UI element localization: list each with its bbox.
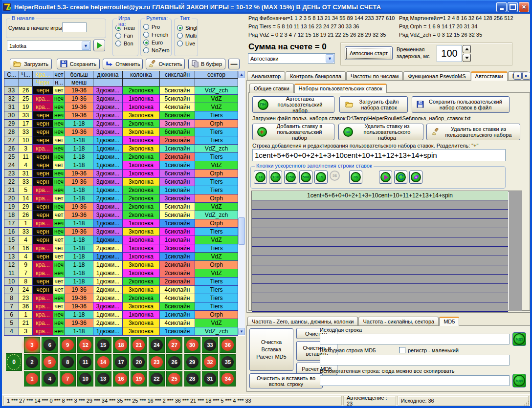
table-row[interactable]: 61кра...неч1-181дюжи...1колонка1сиклайнO… bbox=[4, 311, 245, 319]
table-row[interactable]: 1826чернчет19-363дюжи...2колонка5сиклайн… bbox=[4, 211, 245, 219]
quick-coin-0usd[interactable]: 0$ bbox=[349, 171, 362, 184]
table-row[interactable]: 154чернчет1-181дюжи...1колонка1сиклайнVd… bbox=[4, 236, 245, 244]
collapse-button[interactable]: — bbox=[228, 59, 240, 69]
load-stakes-file-button[interactable]: Загрузить файл набора ставок bbox=[339, 96, 408, 113]
table-header-cell[interactable]: чет bbox=[53, 71, 65, 79]
table-header-cell[interactable]: Черн bbox=[33, 79, 53, 86]
board-number-cell[interactable]: 2 bbox=[24, 354, 40, 370]
delay-value-box[interactable]: 100 bbox=[437, 45, 462, 62]
delete-all-stakes-button[interactable]: Удалить все ставки из пользовательского … bbox=[426, 124, 520, 140]
table-header-cell[interactable]: больш bbox=[65, 71, 93, 79]
table-row[interactable]: 134чернчет1-181дюжи...1колонка1сиклайнVd… bbox=[4, 253, 245, 261]
table-row[interactable]: 171кра...неч1-181дюжи...1колонка1сиклайн… bbox=[4, 219, 245, 228]
quick-coin-50c[interactable]: 50¢ bbox=[299, 171, 312, 184]
radio-roulette-pro[interactable]: Pro bbox=[143, 24, 169, 30]
stake-list-empty-row[interactable] bbox=[252, 302, 508, 312]
md5-source-input[interactable] bbox=[320, 334, 510, 344]
autospin-start-button[interactable]: Автоспин старт bbox=[345, 46, 393, 60]
stake-list-empty-row[interactable] bbox=[252, 237, 508, 247]
board-number-cell[interactable]: 1 bbox=[24, 371, 40, 387]
table-header-cell[interactable]: колонка bbox=[123, 71, 160, 79]
table-row[interactable]: 129кра...неч1-181дюжи...3колонка2сиклайн… bbox=[4, 261, 245, 269]
title-bar[interactable]: HelperRoullet 5.3- create helperroullet@… bbox=[0, 0, 532, 14]
board-number-cell[interactable]: 4 bbox=[42, 371, 58, 387]
delete-stake-button[interactable]: − Удалить ставку из пользовательского на… bbox=[338, 124, 423, 140]
radio-roulette-euro[interactable]: Euro bbox=[143, 40, 169, 45]
chevron-down-icon[interactable]: ▼ bbox=[326, 54, 334, 63]
board-number-cell[interactable]: 33 bbox=[202, 337, 218, 353]
table-row[interactable]: 3033черннеч19-363дюжи...3колонка6сиклайн… bbox=[4, 111, 245, 120]
table-row[interactable]: 823кра...неч19-362дюжи...2колонка4сиклай… bbox=[4, 294, 245, 302]
board-number-cell[interactable]: 10 bbox=[77, 371, 93, 387]
freq-tab-3[interactable]: MD5 bbox=[439, 317, 459, 326]
board-number-cell[interactable]: 31 bbox=[202, 371, 218, 387]
stake-list[interactable]: 1cent+5+6+0+0+2+1+3+10cent+10+11+12+13+1… bbox=[251, 191, 522, 311]
board-number-cell[interactable]: 11 bbox=[77, 354, 93, 370]
table-row[interactable]: 263кра...неч1-181дюжи...3колонка1сиклайн… bbox=[4, 145, 245, 153]
stake-string-input[interactable] bbox=[252, 149, 506, 161]
board-number-cell[interactable]: 14 bbox=[95, 354, 111, 370]
table-header-cell[interactable] bbox=[123, 79, 160, 86]
board-number-cell[interactable]: 30 bbox=[184, 337, 200, 353]
md5-run-aux-button[interactable]: МД5 bbox=[512, 374, 526, 387]
board-number-cell[interactable]: 26 bbox=[166, 354, 182, 370]
table-header-cell[interactable]: менш bbox=[65, 79, 93, 86]
table-header-cell[interactable] bbox=[195, 79, 238, 86]
board-number-cell[interactable]: 22 bbox=[149, 371, 165, 387]
board-number-cell[interactable]: 21 bbox=[131, 337, 147, 353]
chevron-down-icon[interactable]: ▼ bbox=[82, 42, 90, 50]
quick-coin-10c[interactable]: 10¢ bbox=[269, 171, 282, 184]
table-row[interactable]: 244чернчет1-181дюжи...1колонка1сиклайнVd… bbox=[4, 161, 245, 170]
table-row[interactable]: 2710чернчет1-181дюжи...1колонка2сиклайнT… bbox=[4, 136, 245, 145]
sub-tab-1[interactable]: Общие ставки bbox=[249, 84, 294, 93]
tabs-scroll-left-icon[interactable]: ◄ bbox=[513, 72, 522, 80]
quick-coin-1usd[interactable]: 1$ bbox=[314, 171, 328, 184]
stake-list-empty-row[interactable] bbox=[252, 210, 508, 219]
table-row[interactable]: 1929черннеч19-363дюжи...2колонка5сиклайн… bbox=[4, 203, 245, 211]
board-zero-cell[interactable]: 0 bbox=[6, 353, 22, 371]
board-number-cell[interactable]: 34 bbox=[220, 371, 236, 387]
board-number-cell[interactable]: 6 bbox=[42, 337, 58, 353]
table-row[interactable]: 1416кра...чет1-182дюжи...1колонка3сиклай… bbox=[4, 244, 245, 253]
toolbar-undo-button[interactable]: Отменить bbox=[103, 59, 143, 69]
md5-aux-input[interactable] bbox=[320, 375, 510, 386]
board-number-cell[interactable]: 27 bbox=[166, 337, 182, 353]
table-row[interactable]: 521кра...неч19-362дюжи...3колонка4сиклай… bbox=[4, 319, 245, 327]
board-number-cell[interactable]: 23 bbox=[149, 354, 165, 370]
radio-type-singl[interactable]: Singl bbox=[177, 25, 195, 31]
mode-dropdown[interactable]: Автоставки ▼ bbox=[248, 53, 335, 64]
table-row[interactable]: 2511черннеч1-181дюжи...2колонка2сиклайнT… bbox=[4, 153, 245, 161]
table-header-cell[interactable] bbox=[93, 79, 123, 86]
quick-repeat-button[interactable] bbox=[394, 171, 407, 184]
board-number-cell[interactable]: 28 bbox=[184, 371, 200, 387]
preset-dropdown[interactable]: 1slotka ▼ bbox=[7, 41, 91, 51]
quick-coin-1c[interactable]: 1¢ bbox=[254, 171, 267, 184]
table-row[interactable]: 117кра...неч1-181дюжи...1колонка2сиклайн… bbox=[4, 269, 245, 278]
close-button[interactable]: ✕ bbox=[519, 2, 529, 12]
table-header-cell[interactable] bbox=[19, 79, 33, 86]
radio-type-live[interactable]: Live bbox=[177, 41, 195, 46]
stake-list-empty-row[interactable] bbox=[252, 293, 508, 302]
tabs-scroll-right-icon[interactable]: ► bbox=[522, 72, 531, 80]
main-tab-2[interactable]: Контроль банкролла bbox=[286, 71, 346, 81]
md5-clear-paste-calc-button[interactable]: Очистка Вставка Расчет MD5 bbox=[249, 328, 293, 371]
radio-roulette-french[interactable]: French bbox=[143, 32, 169, 38]
table-row[interactable]: 736кра...чет19-363дюжи...3колонка6сиклай… bbox=[4, 302, 245, 311]
board-number-cell[interactable]: 17 bbox=[113, 354, 129, 370]
main-tab-5[interactable]: Автоставки bbox=[471, 71, 508, 81]
start-play-button[interactable] bbox=[93, 40, 105, 51]
start-sum-input[interactable] bbox=[62, 22, 87, 32]
scroll-thumb[interactable] bbox=[238, 217, 245, 245]
table-scrollbar[interactable]: ▲ ▼ bbox=[238, 71, 245, 335]
table-row[interactable]: 3119кра...неч19-362дюжи...1колонка4сикла… bbox=[4, 103, 245, 111]
table-row[interactable]: 2917черннеч1-182дюжи...2колонка3сиклайнO… bbox=[4, 120, 245, 128]
board-number-cell[interactable]: 20 bbox=[131, 354, 147, 370]
board-number-cell[interactable]: 5 bbox=[42, 354, 58, 370]
freq-tab-2[interactable]: Частота - сиклайны, сектора bbox=[358, 317, 439, 326]
toolbar-brush-button[interactable]: Очистить bbox=[146, 59, 185, 69]
main-tab-1[interactable]: Анализатор bbox=[247, 71, 285, 81]
table-row[interactable]: 215кра...неч1-181дюжи...2колонка1сиклайн… bbox=[4, 186, 245, 194]
board-number-cell[interactable]: 7 bbox=[60, 371, 76, 387]
table-header-cell[interactable]: Ч... bbox=[19, 71, 33, 79]
stake-list-empty-row[interactable] bbox=[252, 256, 508, 265]
